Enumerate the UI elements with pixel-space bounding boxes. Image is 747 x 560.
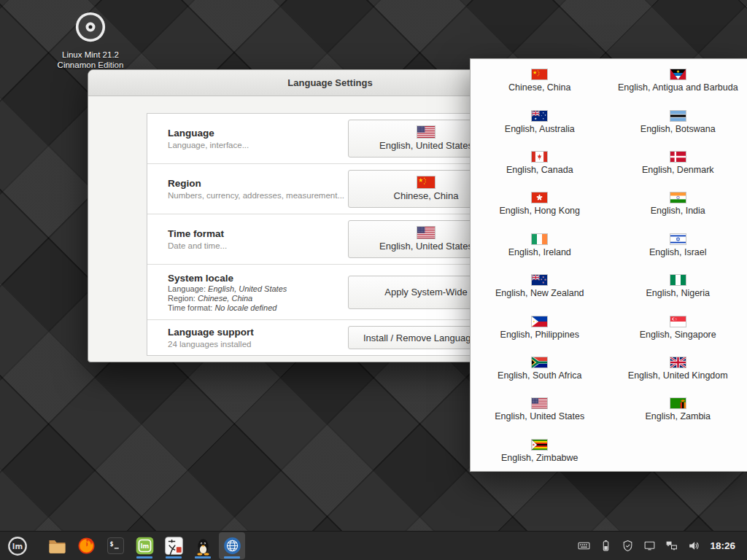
- row-info-language: LanguageLanguage, interface...: [168, 128, 348, 149]
- flag-sg-icon: [670, 316, 686, 327]
- language-option-english-israel[interactable]: English, Israel: [609, 225, 747, 266]
- running-indicator: [136, 556, 152, 559]
- running-indicator: [195, 556, 211, 559]
- language-option-english-botswana[interactable]: English, Botswana: [609, 101, 747, 142]
- keyboard-indicator[interactable]: [573, 533, 595, 559]
- row-title: System locale: [168, 273, 348, 284]
- language-settings-taskbar-button[interactable]: [219, 532, 245, 559]
- terminal-icon: $: [106, 536, 125, 556]
- desktop-icon-linux-mint[interactable]: Linux Mint 21.2 Cinnamon Edition: [53, 10, 128, 71]
- network-indicator[interactable]: [660, 533, 682, 559]
- settings-row-time-format: Time formatDate and time...English, Unit…: [147, 214, 513, 264]
- flag-cn-icon: [417, 176, 435, 188]
- language-option-label: English, Philippines: [500, 330, 579, 340]
- language-option-label: English, Israel: [649, 247, 707, 257]
- mint-logo-icon: lm: [135, 536, 155, 556]
- row-info-region: RegionNumbers, currency, addresses, meas…: [168, 178, 348, 200]
- language-option-english-zambia[interactable]: English, Zambia: [609, 389, 747, 430]
- taskbar: lm $ lm 18:26: [0, 531, 747, 560]
- language-picker-popup: Chinese, ChinaEnglish, Antigua and Barbu…: [470, 58, 747, 472]
- language-option-english-singapore[interactable]: English, Singapore: [609, 307, 747, 348]
- flag-nz-icon: [532, 275, 547, 285]
- language-option-label: English, Botswana: [640, 124, 716, 134]
- clock[interactable]: 18:26: [710, 540, 735, 551]
- tux-icon: [193, 536, 213, 556]
- locale-line: Time format: No locale defined: [168, 303, 348, 312]
- row-subtitle: Language, interface...: [168, 141, 348, 149]
- flag-ag-icon: [670, 69, 686, 79]
- language-option-label: English, Zimbabwe: [501, 453, 578, 463]
- locale-line: Region: Chinese, China: [168, 294, 348, 303]
- files-launcher[interactable]: [44, 532, 70, 559]
- language-option-english-canada[interactable]: English, Canada: [471, 143, 609, 184]
- globe-icon: [222, 536, 242, 556]
- flag-zm-icon: [670, 398, 686, 408]
- running-indicator: [166, 556, 182, 559]
- settings-row-system-locale: System localeLanguage: English, United S…: [147, 264, 513, 319]
- window-title: Language Settings: [287, 77, 372, 88]
- cd-disc-glyph-icon: [74, 10, 107, 44]
- shield-indicator[interactable]: [616, 533, 638, 559]
- language-option-label: English, Ireland: [508, 247, 571, 257]
- language-option-english-antigua-and-barbuda[interactable]: English, Antigua and Barbuda: [609, 61, 747, 101]
- language-option-label: English, New Zealand: [495, 288, 584, 298]
- network-icon: [665, 540, 678, 552]
- volume-indicator[interactable]: [682, 533, 704, 559]
- terminal-launcher[interactable]: $: [102, 532, 128, 559]
- battery-icon: [600, 540, 612, 552]
- tux-app-taskbar-button[interactable]: [190, 532, 216, 559]
- language-option-chinese-china[interactable]: Chinese, China: [471, 61, 609, 101]
- language-option-label: English, Nigeria: [646, 288, 710, 298]
- software-manager-taskbar-button[interactable]: lm: [131, 532, 158, 559]
- running-indicator: [224, 556, 240, 559]
- flag-il-icon: [670, 234, 686, 244]
- input-language-taskbar-button[interactable]: [160, 532, 187, 559]
- language-option-label: English, India: [651, 206, 705, 216]
- locale-line-value: English, United States: [208, 284, 287, 293]
- row-info-language-support: Language support24 languages installed: [168, 327, 348, 349]
- locale-line-label: Time format:: [168, 303, 214, 312]
- language-option-english-new-zealand[interactable]: English, New Zealand: [471, 266, 609, 307]
- row-title: Language support: [168, 327, 348, 338]
- language-option-english-hong-kong[interactable]: English, Hong Kong: [471, 184, 609, 225]
- flag-us-icon: [417, 227, 435, 238]
- battery-indicator[interactable]: [595, 533, 616, 559]
- menu-button[interactable]: lm: [4, 533, 31, 559]
- language-option-english-zimbabwe[interactable]: English, Zimbabwe: [471, 431, 609, 472]
- button-label: Apply System-Wide: [384, 287, 467, 298]
- firefox-launcher[interactable]: [73, 532, 99, 559]
- flag-bw-icon: [670, 111, 686, 121]
- language-option-label: English, Singapore: [640, 330, 716, 340]
- button-label: English, United States: [379, 140, 473, 151]
- flag-ie-icon: [532, 234, 547, 244]
- language-option-english-india[interactable]: English, India: [609, 184, 747, 225]
- language-option-label: English, Hong Kong: [500, 206, 581, 216]
- locale-line-value: No locale defined: [214, 303, 276, 312]
- flag-gb-icon: [670, 357, 686, 368]
- language-option-english-south-africa[interactable]: English, South Africa: [471, 349, 609, 389]
- settings-row-region: RegionNumbers, currency, addresses, meas…: [147, 163, 513, 214]
- locale-line-label: Language:: [168, 284, 208, 293]
- language-option-english-australia[interactable]: English, Australia: [471, 101, 609, 142]
- keyboard-icon: [578, 540, 590, 552]
- button-label: Chinese, China: [394, 190, 459, 201]
- language-option-english-ireland[interactable]: English, Ireland: [471, 225, 609, 266]
- flag-ng-icon: [670, 275, 686, 285]
- language-option-english-united-states[interactable]: English, United States: [471, 389, 609, 430]
- flag-ca-icon: [532, 152, 547, 162]
- display-indicator[interactable]: [638, 533, 660, 559]
- language-option-english-united-kingdom[interactable]: English, United Kingdom: [609, 349, 747, 389]
- desktop-icon-label: Linux Mint 21.2 Cinnamon Edition: [53, 50, 128, 71]
- language-option-english-denmark[interactable]: English, Denmark: [609, 143, 747, 184]
- language-option-english-philippines[interactable]: English, Philippines: [471, 307, 609, 348]
- row-title: Region: [168, 178, 348, 189]
- flag-us-icon: [532, 398, 547, 408]
- locale-line-label: Region:: [168, 294, 198, 303]
- display-icon: [643, 540, 656, 552]
- row-info-time-format: Time formatDate and time...: [168, 228, 348, 250]
- language-option-english-nigeria[interactable]: English, Nigeria: [609, 266, 747, 307]
- language-option-label: English, Denmark: [642, 165, 714, 175]
- row-subtitle: Date and time...: [168, 241, 348, 250]
- svg-text:lm: lm: [140, 542, 149, 550]
- language-grid: Chinese, ChinaEnglish, Antigua and Barbu…: [471, 59, 747, 472]
